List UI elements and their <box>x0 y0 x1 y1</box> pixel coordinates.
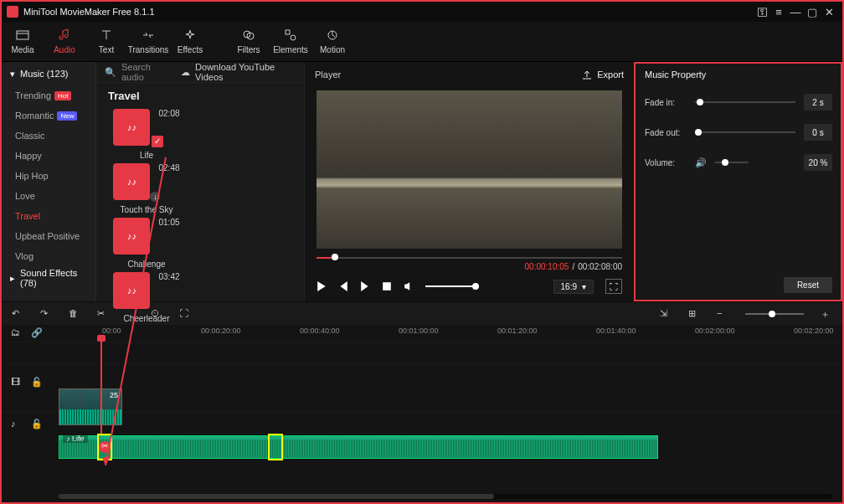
category-music[interactable]: ▾Music (123) <box>2 62 95 85</box>
tl-link-icon[interactable]: 🔗 <box>31 327 43 339</box>
tab-text[interactable]: Text <box>85 22 127 61</box>
tab-motion-label: Motion <box>320 45 345 54</box>
player-title: Player <box>315 69 341 80</box>
prev-button[interactable] <box>338 281 348 291</box>
check-icon: ✓ <box>152 136 163 147</box>
audio-clip[interactable] <box>59 435 658 459</box>
fit-button[interactable]: ⇲ <box>660 308 672 320</box>
music-note-icon: ♪♪✓ <box>113 109 150 146</box>
prop-volume-slider[interactable] <box>715 162 749 163</box>
video-canvas[interactable] <box>316 90 622 249</box>
aspect-ratio-select[interactable]: 16:9▾ <box>553 280 594 294</box>
next-button[interactable] <box>360 281 370 291</box>
maximize-button[interactable]: ▢ <box>804 6 821 18</box>
music-card[interactable]: ♪♪02:48Touch the Sky <box>108 163 185 214</box>
tab-transitions[interactable]: Transitions <box>127 22 169 61</box>
total-time: 00:02:08:00 <box>578 262 622 271</box>
duration-label: 02:48 <box>158 163 179 172</box>
seek-slider[interactable] <box>316 254 622 262</box>
tab-effects-label: Effects <box>178 45 203 54</box>
property-title: Music Property <box>635 62 842 87</box>
minimize-button[interactable]: — <box>787 6 804 18</box>
search-icon[interactable]: 🔍 <box>105 67 116 78</box>
sidebar-item-classic[interactable]: Classic <box>2 126 95 146</box>
license-key-icon[interactable]: ⚿ <box>754 6 770 18</box>
video-clip[interactable]: 25 <box>59 388 122 425</box>
ruler-tick: 00:01:00:00 <box>399 327 439 335</box>
tab-effects[interactable]: Effects <box>169 22 211 61</box>
category-soundeffects[interactable]: ▸Sound Effects (78) <box>2 266 95 290</box>
ruler-tick: 00:00:20:00 <box>201 327 241 335</box>
volume-slider[interactable] <box>425 285 476 287</box>
reset-button[interactable]: Reset <box>784 277 832 293</box>
music-name: Touch the Sky <box>121 205 173 214</box>
chevron-down-icon: ▾ <box>582 282 586 291</box>
duration-label: 03:42 <box>158 272 179 281</box>
sidebar-item-vlog[interactable]: Vlog <box>2 246 95 266</box>
playhead[interactable] <box>100 337 102 435</box>
music-note-icon: ♪♪ <box>113 272 150 309</box>
music-card[interactable]: ♪♪01:05Challenge <box>108 218 185 269</box>
export-label: Export <box>597 69 624 80</box>
ruler-tick: 00:02:20:00 <box>794 327 834 335</box>
play-button[interactable] <box>316 281 327 291</box>
sidebar-item-happy[interactable]: Happy <box>2 146 95 166</box>
preview-player: Player Export 00:00:10:05/00:02:08:00 16… <box>304 62 634 301</box>
zoom-in-button[interactable]: ＋ <box>821 308 832 320</box>
svg-rect-0 <box>17 31 28 39</box>
svg-rect-3 <box>286 30 290 34</box>
titlebar: MiniTool MovieMaker Free 8.1.1 ⚿ ≡ — ▢ ✕ <box>2 2 842 22</box>
tab-audio[interactable]: Audio <box>44 22 85 61</box>
sidebar-item-love[interactable]: Love <box>2 186 95 206</box>
fade-in-value[interactable]: 2 s <box>804 94 832 111</box>
new-badge: New <box>57 111 77 121</box>
fade-out-slider[interactable] <box>695 131 795 133</box>
lock-icon[interactable]: 🔓 <box>31 419 43 430</box>
delete-button[interactable]: 🗑 <box>69 308 80 320</box>
sidebar-item-romantic[interactable]: RomanticNew <box>2 105 95 126</box>
fade-out-label: Fade out: <box>645 128 687 137</box>
export-button[interactable]: Export <box>582 69 624 80</box>
sidebar-item-upbeat[interactable]: Upbeat Positive <box>2 226 95 246</box>
tl-media-icon[interactable]: 🗂 <box>11 327 23 339</box>
fade-in-label: Fade in: <box>645 98 687 107</box>
split-marker-left[interactable] <box>97 434 112 460</box>
fullscreen-button[interactable]: ⛶ <box>605 279 622 294</box>
close-button[interactable]: ✕ <box>821 6 837 18</box>
sidebar-item-travel[interactable]: Travel <box>2 206 95 226</box>
tab-elements[interactable]: Elements <box>270 22 311 61</box>
download-youtube-link[interactable]: Download YouTube Videos <box>195 62 296 82</box>
zoom-slider[interactable] <box>745 313 804 315</box>
sidebar-item-hiphop[interactable]: Hip Hop <box>2 166 95 186</box>
fade-in-slider[interactable] <box>695 101 795 103</box>
tab-filters[interactable]: Filters <box>228 22 270 61</box>
ruler-tick: 00:01:20:00 <box>497 327 538 335</box>
tab-media-label: Media <box>11 45 33 54</box>
tab-motion[interactable]: Motion <box>311 22 353 61</box>
music-note-icon: ♪♪ <box>113 218 150 255</box>
volume-value[interactable]: 20 % <box>804 154 832 171</box>
redo-button[interactable]: ↷ <box>40 308 52 320</box>
zoom-out-button[interactable]: − <box>717 308 728 320</box>
tab-media[interactable]: Media <box>2 22 44 61</box>
speaker-icon[interactable]: 🔊 <box>695 157 707 168</box>
fade-out-value[interactable]: 0 s <box>804 124 832 141</box>
music-name: Life <box>140 151 153 160</box>
sidebar-item-trending[interactable]: TrendingHot <box>2 85 95 105</box>
volume-icon[interactable] <box>404 281 414 291</box>
split-button[interactable]: ✂ <box>97 308 109 320</box>
split-marker-right[interactable] <box>268 434 283 460</box>
stop-button[interactable] <box>382 281 392 291</box>
snap-button[interactable]: ⊞ <box>688 308 700 320</box>
duration-label: 01:05 <box>158 218 179 227</box>
lock-icon[interactable]: 🔓 <box>31 377 43 388</box>
main-toolbar: Media Audio Text Transitions Effects Fil… <box>2 22 842 62</box>
search-input[interactable]: Search audio <box>121 62 171 82</box>
window-title: MiniTool MovieMaker Free 8.1.1 <box>23 7 754 17</box>
music-card[interactable]: ♪♪03:42Cheerleader <box>108 272 185 323</box>
timeline-scrollbar[interactable] <box>59 494 832 499</box>
music-card[interactable]: ♪♪✓02:08Life <box>108 109 185 160</box>
volume-label: Volume: <box>645 158 687 167</box>
menu-icon[interactable]: ≡ <box>770 6 787 18</box>
undo-button[interactable]: ↶ <box>12 308 23 320</box>
